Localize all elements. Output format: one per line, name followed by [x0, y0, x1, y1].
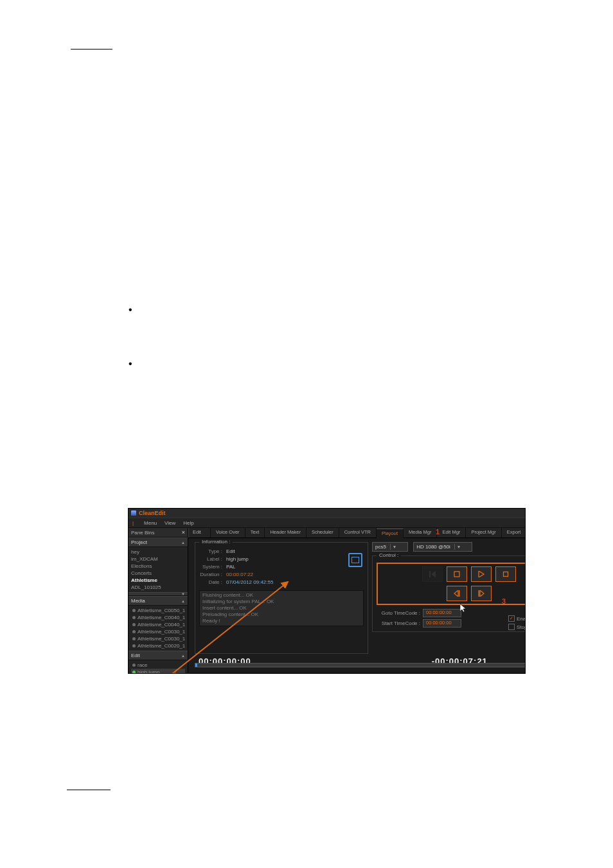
stop-warning-label: Stop Warning	[517, 624, 526, 630]
info-system-value: PAL	[226, 563, 236, 571]
tab-scheduler[interactable]: Scheduler	[306, 528, 339, 538]
info-type-label: Type :	[199, 548, 222, 556]
start-tc-input[interactable]: 00:00:00:00	[423, 619, 461, 628]
info-label-value: high jump	[226, 556, 249, 563]
project-header[interactable]: Project ▲	[129, 538, 188, 547]
edit-header[interactable]: Edit ▲	[129, 651, 188, 660]
playout-content: Information : Type : Edit Label : high j…	[188, 538, 526, 654]
status-line: Flushing content... OK	[202, 592, 360, 599]
play-button[interactable]	[471, 566, 492, 582]
menu-item-menu[interactable]: Menu	[144, 520, 157, 526]
play-icon	[478, 571, 484, 577]
svg-rect-7	[478, 590, 479, 597]
edit-item[interactable]: race	[131, 662, 185, 669]
step-forward-icon	[478, 590, 484, 597]
menu-bar: | Menu View Help	[129, 518, 525, 528]
menu-item-help[interactable]: Help	[183, 520, 193, 526]
edit-title: Edit	[131, 653, 140, 658]
timeline-bar[interactable]: 00:00:00:00 -00:00:07:21	[195, 659, 526, 672]
server-select-value: pcs5	[375, 544, 386, 550]
info-date-value: 07/04/2012 09:42:55	[226, 579, 273, 586]
media-list: Athletisme_C0050_1 Athletisme_C0040_1 At…	[129, 606, 188, 651]
step-back-icon	[454, 590, 460, 597]
project-item-selected[interactable]: Athletisme	[131, 577, 185, 584]
collapse-icon[interactable]: ▲	[181, 599, 185, 603]
info-type-value: Edit	[226, 548, 235, 556]
project-item[interactable]: Concerts	[131, 570, 185, 577]
tab-header-maker[interactable]: Header Maker	[265, 528, 306, 538]
tab-export[interactable]: Export	[502, 528, 526, 538]
stop-button[interactable]	[495, 566, 516, 582]
media-item[interactable]: Athletisme_C0040_1	[131, 614, 185, 621]
tab-text[interactable]: Text	[245, 528, 265, 538]
tab-edit[interactable]: Edit	[188, 528, 211, 538]
pane-bins-title: Pane Bins	[131, 530, 154, 536]
status-line: Initializing for system PAL... OK	[202, 599, 360, 605]
status-line: Insert content... OK	[202, 605, 360, 611]
media-item[interactable]: Athletisme_C0030_1	[131, 628, 185, 635]
title-bar: CleanEdit	[129, 509, 525, 518]
page-bullet-1: •	[129, 304, 132, 316]
edl-icon[interactable]	[348, 553, 362, 567]
app-window: CleanEdit | Menu View Help Pane Bins × P…	[128, 508, 526, 674]
format-select[interactable]: HD 1080 @50i ▾	[413, 542, 472, 552]
checkbox-icon	[508, 624, 515, 630]
checkbox-icon: ✓	[508, 615, 515, 622]
status-line: Preloading content... OK	[202, 611, 360, 618]
svg-marker-8	[480, 590, 484, 597]
timeline-track[interactable]	[195, 663, 526, 667]
media-item[interactable]: Athletisme_C0030_1	[131, 635, 185, 642]
media-item[interactable]: Athletisme_C0050_1	[131, 607, 185, 614]
page-underline-2	[67, 790, 111, 790]
project-item[interactable]: ADL_101025	[131, 584, 185, 591]
svg-rect-2	[454, 572, 459, 577]
enable-play-shuttle-label: Enable Play Shuttle	[517, 616, 526, 622]
goto-tc-input[interactable]: 00:00:00:00	[423, 609, 461, 617]
tab-media-mgr[interactable]: Media Mgr	[404, 528, 437, 538]
format-select-value: HD 1080 @50i	[416, 544, 450, 550]
chevron-down-icon: ▾	[454, 544, 463, 550]
svg-rect-4	[503, 572, 508, 577]
server-select[interactable]: pcs5 ▾	[372, 542, 408, 552]
tab-project-mgr[interactable]: Project Mgr	[466, 528, 501, 538]
project-item[interactable]: Elections	[131, 563, 185, 570]
information-panel: Information : Type : Edit Label : high j…	[195, 542, 368, 654]
recue-button[interactable]	[422, 566, 443, 582]
pause-button[interactable]	[447, 566, 467, 582]
pane-bins-header: Pane Bins ×	[129, 528, 188, 538]
collapse-icon[interactable]: ▲	[181, 541, 185, 545]
tab-voice-over[interactable]: Voice Over	[211, 528, 245, 538]
tab-strip: Edit Voice Over Text Header Maker Schedu…	[188, 528, 526, 538]
info-duration-value: 00:00:07:22	[226, 571, 253, 579]
control-group: Control :	[372, 556, 526, 632]
tab-playout[interactable]: Playout	[377, 529, 404, 538]
step-forward-button[interactable]	[471, 586, 492, 601]
app-logo-icon	[131, 511, 136, 516]
tab-edit-mgr[interactable]: Edit Mgr	[437, 528, 466, 538]
stop-warning-checkbox[interactable]: Stop Warning	[508, 624, 526, 630]
media-title: Media	[131, 598, 145, 604]
enable-play-shuttle-checkbox[interactable]: ✓ Enable Play Shuttle	[508, 615, 526, 622]
goto-tc-label: Goto TimeCode :	[377, 610, 420, 616]
tab-control-vtr[interactable]: Control VTR	[339, 528, 377, 538]
control-legend: Control :	[377, 552, 401, 558]
status-log: Flushing content... OK Initializing for …	[199, 590, 364, 626]
project-item[interactable]: im_XDCAM	[131, 556, 185, 563]
chevron-down-icon: ▾	[390, 544, 398, 550]
media-item[interactable]: Athletisme_C0040_1	[131, 621, 185, 628]
left-pane: Pane Bins × Project ▲ hey im_XDCAM Elect…	[129, 528, 188, 674]
media-item[interactable]: Athletisme_C0020_1	[131, 642, 185, 649]
options-column: ✓ Enable Play Shuttle Stop Warning	[508, 615, 526, 630]
step-back-button[interactable]	[447, 586, 467, 601]
edit-item-selected[interactable]: high jump	[131, 669, 185, 674]
close-icon[interactable]: ×	[182, 529, 185, 536]
media-header[interactable]: Media ▲	[129, 596, 188, 606]
project-title: Project	[131, 539, 147, 545]
status-line: Ready !	[202, 618, 360, 624]
collapse-icon[interactable]: ▲	[181, 654, 185, 658]
project-list: hey im_XDCAM Elections Concerts Athletis…	[129, 547, 188, 592]
pause-rect-icon	[454, 571, 460, 577]
timeline-in-marker[interactable]	[195, 664, 197, 667]
menu-item-view[interactable]: View	[164, 520, 175, 526]
project-item[interactable]: hey	[131, 548, 185, 556]
